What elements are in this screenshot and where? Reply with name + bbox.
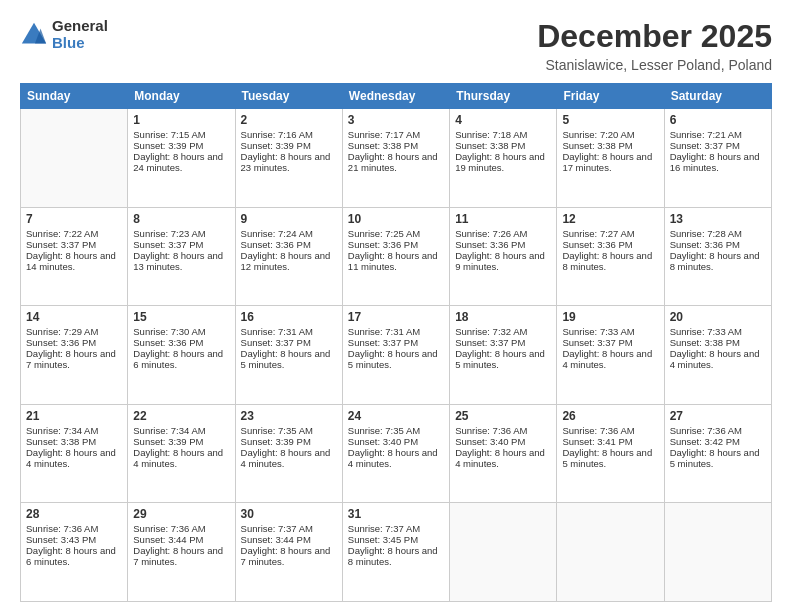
sunset-text: Sunset: 3:43 PM	[26, 534, 96, 545]
page: General Blue December 2025 Stanislawice,…	[0, 0, 792, 612]
sunrise-text: Sunrise: 7:36 AM	[562, 425, 634, 436]
sunset-text: Sunset: 3:37 PM	[348, 337, 418, 348]
sunset-text: Sunset: 3:36 PM	[241, 239, 311, 250]
daylight-text: Daylight: 8 hours and 5 minutes.	[348, 348, 438, 370]
calendar-header-monday: Monday	[128, 84, 235, 109]
daylight-text: Daylight: 8 hours and 4 minutes.	[348, 447, 438, 469]
sunset-text: Sunset: 3:36 PM	[670, 239, 740, 250]
sunrise-text: Sunrise: 7:18 AM	[455, 129, 527, 140]
daylight-text: Daylight: 8 hours and 21 minutes.	[348, 151, 438, 173]
logo-blue-label: Blue	[52, 35, 108, 52]
day-number: 1	[133, 113, 229, 127]
calendar-header-tuesday: Tuesday	[235, 84, 342, 109]
day-number: 29	[133, 507, 229, 521]
daylight-text: Daylight: 8 hours and 11 minutes.	[348, 250, 438, 272]
sunrise-text: Sunrise: 7:30 AM	[133, 326, 205, 337]
sunrise-text: Sunrise: 7:36 AM	[670, 425, 742, 436]
table-row: 15Sunrise: 7:30 AMSunset: 3:36 PMDayligh…	[128, 306, 235, 405]
table-row: 28Sunrise: 7:36 AMSunset: 3:43 PMDayligh…	[21, 503, 128, 602]
sunset-text: Sunset: 3:45 PM	[348, 534, 418, 545]
sunrise-text: Sunrise: 7:32 AM	[455, 326, 527, 337]
daylight-text: Daylight: 8 hours and 8 minutes.	[348, 545, 438, 567]
day-number: 21	[26, 409, 122, 423]
day-number: 6	[670, 113, 766, 127]
day-number: 11	[455, 212, 551, 226]
daylight-text: Daylight: 8 hours and 16 minutes.	[670, 151, 760, 173]
table-row: 14Sunrise: 7:29 AMSunset: 3:36 PMDayligh…	[21, 306, 128, 405]
day-number: 7	[26, 212, 122, 226]
table-row: 4Sunrise: 7:18 AMSunset: 3:38 PMDaylight…	[450, 109, 557, 208]
sunrise-text: Sunrise: 7:27 AM	[562, 228, 634, 239]
sunrise-text: Sunrise: 7:37 AM	[348, 523, 420, 534]
sunset-text: Sunset: 3:44 PM	[133, 534, 203, 545]
day-number: 9	[241, 212, 337, 226]
table-row: 19Sunrise: 7:33 AMSunset: 3:37 PMDayligh…	[557, 306, 664, 405]
day-number: 24	[348, 409, 444, 423]
sunrise-text: Sunrise: 7:36 AM	[26, 523, 98, 534]
sunset-text: Sunset: 3:38 PM	[348, 140, 418, 151]
sunrise-text: Sunrise: 7:33 AM	[670, 326, 742, 337]
table-row	[450, 503, 557, 602]
daylight-text: Daylight: 8 hours and 17 minutes.	[562, 151, 652, 173]
sunset-text: Sunset: 3:39 PM	[133, 140, 203, 151]
daylight-text: Daylight: 8 hours and 5 minutes.	[670, 447, 760, 469]
sunset-text: Sunset: 3:44 PM	[241, 534, 311, 545]
table-row: 1Sunrise: 7:15 AMSunset: 3:39 PMDaylight…	[128, 109, 235, 208]
sunrise-text: Sunrise: 7:33 AM	[562, 326, 634, 337]
sunrise-text: Sunrise: 7:28 AM	[670, 228, 742, 239]
sunset-text: Sunset: 3:37 PM	[455, 337, 525, 348]
day-number: 31	[348, 507, 444, 521]
day-number: 22	[133, 409, 229, 423]
table-row: 31Sunrise: 7:37 AMSunset: 3:45 PMDayligh…	[342, 503, 449, 602]
daylight-text: Daylight: 8 hours and 23 minutes.	[241, 151, 331, 173]
sunset-text: Sunset: 3:40 PM	[348, 436, 418, 447]
table-row: 10Sunrise: 7:25 AMSunset: 3:36 PMDayligh…	[342, 207, 449, 306]
day-number: 12	[562, 212, 658, 226]
table-row: 22Sunrise: 7:34 AMSunset: 3:39 PMDayligh…	[128, 404, 235, 503]
day-number: 16	[241, 310, 337, 324]
table-row: 12Sunrise: 7:27 AMSunset: 3:36 PMDayligh…	[557, 207, 664, 306]
daylight-text: Daylight: 8 hours and 24 minutes.	[133, 151, 223, 173]
sunrise-text: Sunrise: 7:29 AM	[26, 326, 98, 337]
daylight-text: Daylight: 8 hours and 19 minutes.	[455, 151, 545, 173]
calendar-table: SundayMondayTuesdayWednesdayThursdayFrid…	[20, 83, 772, 602]
sunset-text: Sunset: 3:37 PM	[562, 337, 632, 348]
day-number: 26	[562, 409, 658, 423]
header: General Blue December 2025 Stanislawice,…	[20, 18, 772, 73]
subtitle: Stanislawice, Lesser Poland, Poland	[537, 57, 772, 73]
day-number: 4	[455, 113, 551, 127]
main-title: December 2025	[537, 18, 772, 55]
daylight-text: Daylight: 8 hours and 9 minutes.	[455, 250, 545, 272]
table-row: 5Sunrise: 7:20 AMSunset: 3:38 PMDaylight…	[557, 109, 664, 208]
calendar-header-friday: Friday	[557, 84, 664, 109]
table-row: 25Sunrise: 7:36 AMSunset: 3:40 PMDayligh…	[450, 404, 557, 503]
sunrise-text: Sunrise: 7:16 AM	[241, 129, 313, 140]
daylight-text: Daylight: 8 hours and 4 minutes.	[26, 447, 116, 469]
table-row: 11Sunrise: 7:26 AMSunset: 3:36 PMDayligh…	[450, 207, 557, 306]
sunset-text: Sunset: 3:36 PM	[455, 239, 525, 250]
table-row: 16Sunrise: 7:31 AMSunset: 3:37 PMDayligh…	[235, 306, 342, 405]
day-number: 10	[348, 212, 444, 226]
sunrise-text: Sunrise: 7:22 AM	[26, 228, 98, 239]
table-row: 18Sunrise: 7:32 AMSunset: 3:37 PMDayligh…	[450, 306, 557, 405]
sunrise-text: Sunrise: 7:34 AM	[133, 425, 205, 436]
day-number: 23	[241, 409, 337, 423]
logo: General Blue	[20, 18, 108, 51]
sunset-text: Sunset: 3:36 PM	[348, 239, 418, 250]
day-number: 5	[562, 113, 658, 127]
sunset-text: Sunset: 3:38 PM	[26, 436, 96, 447]
sunset-text: Sunset: 3:40 PM	[455, 436, 525, 447]
day-number: 2	[241, 113, 337, 127]
logo-icon	[20, 21, 48, 49]
sunrise-text: Sunrise: 7:31 AM	[348, 326, 420, 337]
daylight-text: Daylight: 8 hours and 5 minutes.	[241, 348, 331, 370]
day-number: 28	[26, 507, 122, 521]
day-number: 14	[26, 310, 122, 324]
day-number: 3	[348, 113, 444, 127]
sunrise-text: Sunrise: 7:31 AM	[241, 326, 313, 337]
daylight-text: Daylight: 8 hours and 4 minutes.	[670, 348, 760, 370]
sunset-text: Sunset: 3:42 PM	[670, 436, 740, 447]
sunset-text: Sunset: 3:37 PM	[241, 337, 311, 348]
day-number: 25	[455, 409, 551, 423]
sunrise-text: Sunrise: 7:21 AM	[670, 129, 742, 140]
